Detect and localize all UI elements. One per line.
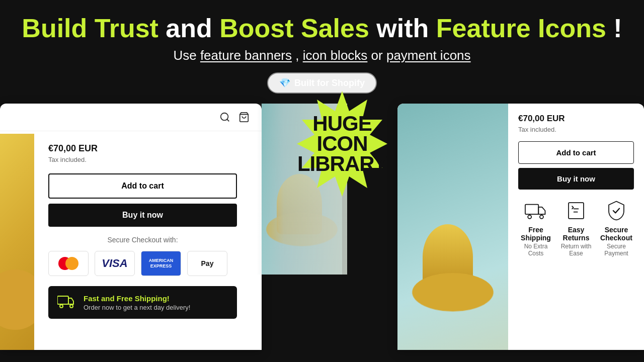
svg-point-8 xyxy=(540,215,543,219)
feature-secure-checkout: Secure Checkout Secure Payment xyxy=(599,200,634,257)
checkout-feature-icon xyxy=(605,200,627,222)
title-exclaim: ! xyxy=(613,14,622,43)
search-button[interactable] xyxy=(219,112,230,123)
subtitle-use: Use xyxy=(173,48,200,63)
shipping-feature-icon xyxy=(525,200,547,222)
right-product-shape xyxy=(423,224,473,290)
shipping-text: Fast and Free Shipping! Order now to get… xyxy=(84,294,190,311)
right-card: €70,00 EUR Tax included. Add to cart Buy… xyxy=(397,104,644,350)
subtitle-feature: feature banners xyxy=(200,48,292,63)
title-boost-sales: Boost Sales xyxy=(219,14,369,43)
feature-icons-row: Free Shipping No Extra Costs Easy Return… xyxy=(518,200,634,257)
subtitle: Use feature banners , icon blocks or pay… xyxy=(20,48,624,63)
shipping-subtitle: Order now to get a next day delivery! xyxy=(84,304,190,311)
right-card-body: €70,00 EUR Tax included. Add to cart Buy… xyxy=(508,114,644,257)
title-with: with xyxy=(376,14,436,43)
left-add-to-cart-button[interactable]: Add to cart xyxy=(48,173,237,199)
shipping-banner: Fast and Free Shipping! Order now to get… xyxy=(48,286,237,319)
returns-feature-sub: Return with Ease xyxy=(558,243,594,257)
shopify-emoji: 💎 xyxy=(279,77,290,88)
visa-text: VISA xyxy=(102,257,127,270)
shopify-label: Built for Shopify xyxy=(294,78,365,88)
truck-svg xyxy=(57,293,75,308)
svg-point-4 xyxy=(60,305,63,308)
right-price: €70,00 EUR xyxy=(518,114,634,124)
shipping-feature-title: Free Shipping xyxy=(518,226,553,242)
card-header xyxy=(0,104,262,131)
truck-icon xyxy=(57,293,75,312)
subtitle-payment: payment icons xyxy=(386,48,471,63)
left-buy-now-button[interactable]: Buy it now xyxy=(48,204,237,227)
subtitle-or: or xyxy=(371,48,386,63)
right-buy-now-button[interactable]: Buy it now xyxy=(518,168,634,190)
svg-point-0 xyxy=(221,113,228,121)
checkout-feature-sub: Secure Payment xyxy=(599,243,634,257)
left-card-body: €70,00 EUR Tax included. Add to cart Buy… xyxy=(34,131,262,331)
visa-icon: VISA xyxy=(95,251,135,276)
shipping-feature-sub: No Extra Costs xyxy=(518,243,553,257)
starburst-text: HUGE ICON LIBRARY xyxy=(297,114,387,174)
amex-line1: AMERICAN xyxy=(149,258,174,263)
starburst-line1: HUGE xyxy=(297,114,387,134)
main-title: Build Trust and Boost Sales with Feature… xyxy=(20,14,624,43)
amex-icon: AMERICAN EXPRESS xyxy=(141,251,181,276)
applepay-icon: Pay xyxy=(187,251,227,276)
starburst-line3: LIBRARY xyxy=(297,154,387,174)
cart-icon xyxy=(238,112,250,123)
title-and: and xyxy=(166,14,219,43)
left-price: €70,00 EUR xyxy=(48,143,248,154)
left-product-image xyxy=(0,134,34,350)
right-tax-note: Tax included. xyxy=(518,126,634,133)
mastercard-icon xyxy=(48,251,89,276)
feature-free-shipping: Free Shipping No Extra Costs xyxy=(518,200,553,257)
returns-feature-title: Easy Returns xyxy=(558,226,594,242)
title-build-trust: Build Trust xyxy=(22,14,158,43)
svg-point-7 xyxy=(528,215,531,219)
cart-button[interactable] xyxy=(238,112,250,123)
checkout-feature-title: Secure Checkout xyxy=(599,226,634,242)
main-content: €70,00 EUR Tax included. Add to cart Buy… xyxy=(0,104,644,362)
amex-line2: EXPRESS xyxy=(150,263,172,269)
search-icon xyxy=(219,112,230,123)
right-add-to-cart-button[interactable]: Add to cart xyxy=(518,141,634,164)
amex-inner: AMERICAN EXPRESS xyxy=(141,251,181,276)
starburst-line2: ICON xyxy=(297,134,387,154)
left-tax-note: Tax included. xyxy=(48,156,248,163)
applepay-text: Pay xyxy=(201,259,214,267)
mc-right-circle xyxy=(65,257,78,270)
shipping-title: Fast and Free Shipping! xyxy=(84,294,190,303)
returns-feature-icon xyxy=(565,200,587,222)
svg-rect-3 xyxy=(57,296,68,304)
payment-icons-row: VISA AMERICAN EXPRESS Pay xyxy=(48,251,237,276)
left-card: €70,00 EUR Tax included. Add to cart Buy… xyxy=(0,104,262,350)
svg-line-1 xyxy=(227,119,229,121)
svg-point-5 xyxy=(70,305,73,308)
feature-easy-returns: Easy Returns Return with Ease xyxy=(558,200,594,257)
svg-rect-9 xyxy=(569,203,584,219)
svg-rect-6 xyxy=(525,205,538,214)
subtitle-icon: icon blocks xyxy=(303,48,368,63)
right-product-image xyxy=(397,104,508,350)
starburst-badge: HUGE ICON LIBRARY xyxy=(287,88,397,199)
title-feature-icons: Feature Icons xyxy=(436,14,606,43)
subtitle-comma1: , xyxy=(295,48,302,63)
secure-checkout-label: Secure Checkout with: xyxy=(48,236,237,244)
